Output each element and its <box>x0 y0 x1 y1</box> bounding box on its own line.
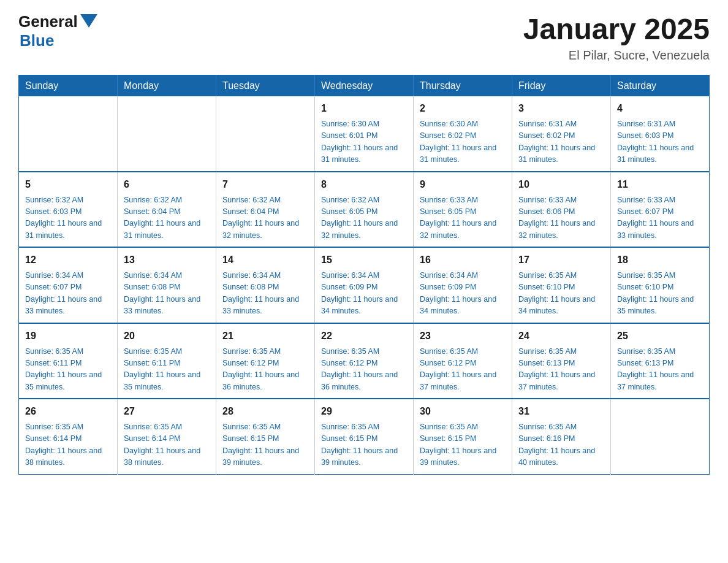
calendar-cell <box>216 96 315 172</box>
day-info: Sunrise: 6:35 AMSunset: 6:13 PMDaylight:… <box>617 346 703 394</box>
day-number: 9 <box>420 177 506 192</box>
day-number: 14 <box>222 253 308 267</box>
calendar-week-2: 5Sunrise: 6:32 AMSunset: 6:03 PMDaylight… <box>19 172 710 248</box>
calendar-cell: 28Sunrise: 6:35 AMSunset: 6:15 PMDayligh… <box>216 399 315 474</box>
calendar-week-4: 19Sunrise: 6:35 AMSunset: 6:11 PMDayligh… <box>19 323 710 399</box>
calendar-cell: 6Sunrise: 6:32 AMSunset: 6:04 PMDaylight… <box>118 172 216 248</box>
header-wednesday: Wednesday <box>315 75 414 97</box>
day-number: 30 <box>420 404 506 419</box>
day-number: 18 <box>617 253 703 267</box>
calendar-cell <box>19 96 118 172</box>
day-number: 13 <box>124 253 210 267</box>
calendar-cell: 1Sunrise: 6:30 AMSunset: 6:01 PMDaylight… <box>315 96 414 172</box>
calendar-cell: 27Sunrise: 6:35 AMSunset: 6:14 PMDayligh… <box>118 399 216 474</box>
calendar-week-5: 26Sunrise: 6:35 AMSunset: 6:14 PMDayligh… <box>19 399 710 474</box>
day-number: 15 <box>321 253 407 267</box>
day-number: 12 <box>25 253 111 267</box>
logo-general-text: General <box>18 12 78 31</box>
day-number: 26 <box>25 404 111 419</box>
day-number: 3 <box>518 101 604 116</box>
day-number: 28 <box>222 404 308 419</box>
day-number: 1 <box>321 101 407 116</box>
calendar-cell: 17Sunrise: 6:35 AMSunset: 6:10 PMDayligh… <box>512 247 611 323</box>
day-number: 25 <box>617 329 703 343</box>
day-info: Sunrise: 6:30 AMSunset: 6:02 PMDaylight:… <box>420 118 506 166</box>
calendar-table: SundayMondayTuesdayWednesdayThursdayFrid… <box>18 75 710 475</box>
calendar-cell <box>118 96 216 172</box>
calendar-cell: 21Sunrise: 6:35 AMSunset: 6:12 PMDayligh… <box>216 323 315 399</box>
calendar-cell: 26Sunrise: 6:35 AMSunset: 6:14 PMDayligh… <box>19 399 118 474</box>
day-info: Sunrise: 6:35 AMSunset: 6:12 PMDaylight:… <box>420 346 506 394</box>
calendar-cell: 31Sunrise: 6:35 AMSunset: 6:16 PMDayligh… <box>512 399 611 474</box>
calendar-cell: 4Sunrise: 6:31 AMSunset: 6:03 PMDaylight… <box>611 96 710 172</box>
calendar-cell: 14Sunrise: 6:34 AMSunset: 6:08 PMDayligh… <box>216 247 315 323</box>
calendar-cell: 15Sunrise: 6:34 AMSunset: 6:09 PMDayligh… <box>315 247 414 323</box>
header-tuesday: Tuesday <box>216 75 315 97</box>
calendar-cell: 16Sunrise: 6:34 AMSunset: 6:09 PMDayligh… <box>414 247 512 323</box>
calendar-cell <box>611 399 710 474</box>
calendar-cell: 8Sunrise: 6:32 AMSunset: 6:05 PMDaylight… <box>315 172 414 248</box>
day-info: Sunrise: 6:32 AMSunset: 6:04 PMDaylight:… <box>222 194 308 242</box>
day-number: 6 <box>124 177 210 192</box>
day-info: Sunrise: 6:31 AMSunset: 6:03 PMDaylight:… <box>617 118 703 166</box>
day-info: Sunrise: 6:34 AMSunset: 6:08 PMDaylight:… <box>124 270 210 318</box>
month-title: January 2025 <box>523 12 710 46</box>
day-info: Sunrise: 6:35 AMSunset: 6:10 PMDaylight:… <box>518 270 604 318</box>
day-info: Sunrise: 6:34 AMSunset: 6:08 PMDaylight:… <box>222 270 308 318</box>
calendar-cell: 9Sunrise: 6:33 AMSunset: 6:05 PMDaylight… <box>414 172 512 248</box>
calendar-cell: 5Sunrise: 6:32 AMSunset: 6:03 PMDaylight… <box>19 172 118 248</box>
day-info: Sunrise: 6:35 AMSunset: 6:14 PMDaylight:… <box>25 421 111 469</box>
day-number: 29 <box>321 404 407 419</box>
calendar-cell: 3Sunrise: 6:31 AMSunset: 6:02 PMDaylight… <box>512 96 611 172</box>
location-title: El Pilar, Sucre, Venezuela <box>523 48 710 63</box>
header-friday: Friday <box>512 75 611 97</box>
day-number: 10 <box>518 177 604 192</box>
day-info: Sunrise: 6:30 AMSunset: 6:01 PMDaylight:… <box>321 118 407 166</box>
calendar-cell: 30Sunrise: 6:35 AMSunset: 6:15 PMDayligh… <box>414 399 512 474</box>
header-sunday: Sunday <box>19 75 118 97</box>
calendar-cell: 13Sunrise: 6:34 AMSunset: 6:08 PMDayligh… <box>118 247 216 323</box>
header-saturday: Saturday <box>611 75 710 97</box>
calendar-cell: 18Sunrise: 6:35 AMSunset: 6:10 PMDayligh… <box>611 247 710 323</box>
day-info: Sunrise: 6:33 AMSunset: 6:07 PMDaylight:… <box>617 194 703 242</box>
day-info: Sunrise: 6:31 AMSunset: 6:02 PMDaylight:… <box>518 118 604 166</box>
day-info: Sunrise: 6:35 AMSunset: 6:10 PMDaylight:… <box>617 270 703 318</box>
day-info: Sunrise: 6:35 AMSunset: 6:16 PMDaylight:… <box>518 421 604 469</box>
calendar-week-1: 1Sunrise: 6:30 AMSunset: 6:01 PMDaylight… <box>19 96 710 172</box>
logo-triangle-icon <box>80 14 97 28</box>
day-info: Sunrise: 6:32 AMSunset: 6:04 PMDaylight:… <box>124 194 210 242</box>
day-number: 20 <box>124 329 210 343</box>
day-info: Sunrise: 6:35 AMSunset: 6:13 PMDaylight:… <box>518 346 604 394</box>
day-number: 19 <box>25 329 111 343</box>
day-number: 2 <box>420 101 506 116</box>
day-info: Sunrise: 6:35 AMSunset: 6:14 PMDaylight:… <box>124 421 210 469</box>
day-info: Sunrise: 6:34 AMSunset: 6:07 PMDaylight:… <box>25 270 111 318</box>
calendar-cell: 22Sunrise: 6:35 AMSunset: 6:12 PMDayligh… <box>315 323 414 399</box>
calendar-cell: 20Sunrise: 6:35 AMSunset: 6:11 PMDayligh… <box>118 323 216 399</box>
day-info: Sunrise: 6:35 AMSunset: 6:12 PMDaylight:… <box>321 346 407 394</box>
day-number: 4 <box>617 101 703 116</box>
day-info: Sunrise: 6:35 AMSunset: 6:11 PMDaylight:… <box>124 346 210 394</box>
day-number: 21 <box>222 329 308 343</box>
day-number: 16 <box>420 253 506 267</box>
day-number: 5 <box>25 177 111 192</box>
calendar-cell: 23Sunrise: 6:35 AMSunset: 6:12 PMDayligh… <box>414 323 512 399</box>
calendar-header-row: SundayMondayTuesdayWednesdayThursdayFrid… <box>19 75 710 97</box>
day-info: Sunrise: 6:35 AMSunset: 6:11 PMDaylight:… <box>25 346 111 394</box>
page-header: General Blue January 2025 El Pilar, Sucr… <box>18 12 710 63</box>
calendar-week-3: 12Sunrise: 6:34 AMSunset: 6:07 PMDayligh… <box>19 247 710 323</box>
day-number: 24 <box>518 329 604 343</box>
day-number: 23 <box>420 329 506 343</box>
calendar-cell: 25Sunrise: 6:35 AMSunset: 6:13 PMDayligh… <box>611 323 710 399</box>
day-info: Sunrise: 6:35 AMSunset: 6:15 PMDaylight:… <box>222 421 308 469</box>
calendar-cell: 29Sunrise: 6:35 AMSunset: 6:15 PMDayligh… <box>315 399 414 474</box>
day-info: Sunrise: 6:34 AMSunset: 6:09 PMDaylight:… <box>420 270 506 318</box>
calendar-cell: 24Sunrise: 6:35 AMSunset: 6:13 PMDayligh… <box>512 323 611 399</box>
day-info: Sunrise: 6:35 AMSunset: 6:15 PMDaylight:… <box>420 421 506 469</box>
calendar-cell: 10Sunrise: 6:33 AMSunset: 6:06 PMDayligh… <box>512 172 611 248</box>
day-number: 7 <box>222 177 308 192</box>
day-number: 22 <box>321 329 407 343</box>
day-info: Sunrise: 6:34 AMSunset: 6:09 PMDaylight:… <box>321 270 407 318</box>
day-number: 11 <box>617 177 703 192</box>
title-section: January 2025 El Pilar, Sucre, Venezuela <box>523 12 710 63</box>
